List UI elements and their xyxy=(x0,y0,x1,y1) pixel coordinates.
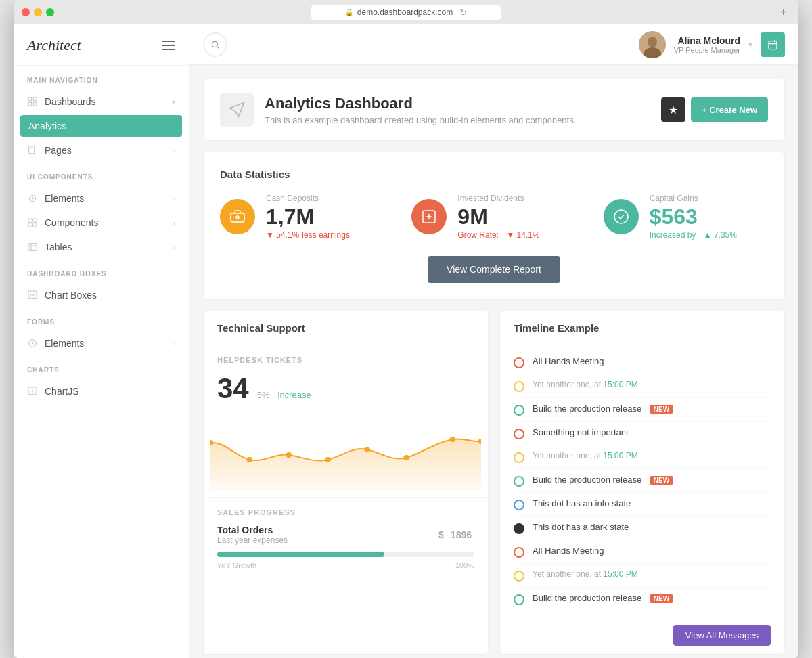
components-arrow: › xyxy=(173,219,175,227)
svg-rect-0 xyxy=(28,97,32,101)
dollar-symbol: $ xyxy=(438,529,444,540)
calendar-button[interactable] xyxy=(761,32,785,57)
sidebar-item-chart-boxes[interactable]: Chart Boxes xyxy=(14,283,189,307)
stat-capital: Capital Gains $563 Increased by ▲ 7.35% xyxy=(604,194,768,240)
sales-progress-section: SALES PROGRESS Total Orders Last year ex… xyxy=(204,497,488,580)
stat-label-cash: Cash Deposits xyxy=(266,194,350,203)
timeline-item: All Hands Meeting xyxy=(514,351,771,374)
new-badge: NEW xyxy=(650,405,673,414)
user-info: Alina Mclourd VP People Manager xyxy=(674,35,740,54)
timeline-item: Build the production release NEW xyxy=(514,398,771,422)
pages-arrow: › xyxy=(173,147,175,154)
timeline-content: Yet another one, at 15:00 PM xyxy=(533,380,771,389)
lock-icon: 🔒 xyxy=(345,9,353,16)
maximize-button[interactable] xyxy=(46,8,54,16)
svg-point-14 xyxy=(212,41,217,47)
sidebar-item-components[interactable]: Components › xyxy=(14,211,189,235)
stat-change-capital-pct: ▲ 7.35% xyxy=(704,230,737,240)
url-bar[interactable]: 🔒 demo.dashboardpack.com ↻ xyxy=(311,5,501,20)
refresh-icon[interactable]: ↻ xyxy=(459,7,467,18)
svg-point-25 xyxy=(325,457,330,462)
stat-value-capital: $563 xyxy=(650,206,737,227)
timeline-item: All Hands Meeting xyxy=(514,540,771,564)
svg-rect-18 xyxy=(769,41,777,49)
stat-change-invested: Grow Rate: ▼ 14.1% xyxy=(457,230,539,240)
panels-row: Technical Support HELPDESK TICKETS 34 5%… xyxy=(203,311,785,655)
pages-label: Pages xyxy=(45,145,173,156)
sidebar-item-elements[interactable]: Elements › xyxy=(14,186,189,211)
sidebar-item-tables[interactable]: Tables › xyxy=(14,235,189,259)
nav-section-forms: FORMS xyxy=(14,307,189,331)
pages-icon xyxy=(27,145,38,156)
dashboards-label: Dashboards xyxy=(45,96,172,107)
timeline-content: This dot has an info state xyxy=(533,498,771,508)
total-orders-value: $ 1896 xyxy=(438,525,474,542)
total-orders-title: Total Orders xyxy=(217,525,288,535)
nav-section-ui: UI COMPONENTS xyxy=(14,162,189,186)
nav-section-charts: CHARTS xyxy=(14,355,189,379)
search-button[interactable] xyxy=(203,32,227,57)
close-button[interactable] xyxy=(22,8,30,16)
stat-cash-deposits: Cash Deposits 1,7M ▼ 54.1% less earnings xyxy=(220,194,384,240)
ticket-pct: 5% xyxy=(257,390,270,400)
timeline-text: Build the production release NEW xyxy=(533,593,771,603)
sidebar: Architect MAIN NAVIGATION Dashboards ▾ A… xyxy=(14,24,189,658)
stat-invested: Invested Dividents 9M Grow Rate: ▼ 14.1% xyxy=(411,194,576,240)
sidebar-item-analytics[interactable]: Analytics xyxy=(20,115,182,137)
new-badge: NEW xyxy=(650,476,673,485)
timeline-time: 15:00 PM xyxy=(603,380,637,389)
view-all-messages-button[interactable]: View All Messages xyxy=(673,625,771,646)
dashboards-arrow: ▾ xyxy=(172,98,175,106)
ticket-count-row: 34 5% increase xyxy=(204,370,488,416)
stat-icon-capital xyxy=(604,199,639,234)
sidebar-item-dashboards[interactable]: Dashboards ▾ xyxy=(14,89,189,114)
view-complete-report-button[interactable]: View Complete Report xyxy=(428,256,560,283)
app-window: 🔒 demo.dashboardpack.com ↻ + Architect M… xyxy=(14,0,798,658)
analytics-label: Analytics xyxy=(28,120,174,131)
timeline-content: All Hands Meeting xyxy=(533,356,771,366)
timeline-dot xyxy=(514,429,524,439)
timeline-text: This dot has a dark state xyxy=(533,522,771,532)
timeline-sub: Yet another one, at 15:00 PM xyxy=(533,451,771,460)
timeline-time: 15:00 PM xyxy=(603,451,637,460)
page-header-actions: ★ + Create New xyxy=(661,97,768,122)
chartboxes-icon xyxy=(27,290,38,301)
nav-section-main: MAIN NAVIGATION xyxy=(14,66,189,89)
svg-rect-7 xyxy=(33,219,37,222)
stat-icon-cash xyxy=(220,199,255,234)
sidebar-item-chartjs[interactable]: ChartJS xyxy=(14,379,189,403)
svg-point-27 xyxy=(403,455,409,460)
page-subtitle: This is an example dashboard created usi… xyxy=(265,115,650,125)
logo: Architect xyxy=(27,37,81,54)
avatar-image xyxy=(639,31,666,58)
chartjs-label: ChartJS xyxy=(45,386,175,397)
ticket-trend: increase xyxy=(278,390,311,400)
user-section: Alina Mclourd VP People Manager ▾ xyxy=(639,31,785,58)
timeline-item: Build the production release NEW xyxy=(514,469,771,493)
minimize-button[interactable] xyxy=(34,8,42,16)
components-icon xyxy=(27,217,38,228)
sidebar-item-pages[interactable]: Pages › xyxy=(14,138,189,162)
plane-icon xyxy=(227,100,246,119)
star-button[interactable]: ★ xyxy=(661,97,685,122)
timeline-item: This dot has a dark state xyxy=(514,517,771,540)
timeline-item: This dot has an info state xyxy=(514,493,771,517)
titlebar: 🔒 demo.dashboardpack.com ↻ + xyxy=(14,0,798,24)
create-new-button[interactable]: + Create New xyxy=(691,97,768,122)
stat-value-invested: 9M xyxy=(457,206,539,227)
svg-rect-6 xyxy=(28,219,32,222)
timeline-dot xyxy=(514,500,524,510)
timeline-item: Something not important xyxy=(514,422,771,445)
form-icon xyxy=(27,338,38,349)
timeline-dot xyxy=(514,405,524,416)
hamburger-menu[interactable] xyxy=(162,41,175,50)
new-tab-button[interactable]: + xyxy=(777,5,790,19)
avatar xyxy=(639,31,666,58)
stat-icon-invested xyxy=(411,199,447,234)
progress-labels: YoY Growth 100% xyxy=(217,561,474,569)
svg-rect-2 xyxy=(28,102,32,106)
sidebar-item-form-elements[interactable]: Elements › xyxy=(14,331,189,355)
stat-grow-label: Grow Rate: xyxy=(457,230,499,240)
timeline-footer: View All Messages xyxy=(500,617,784,654)
user-dropdown-arrow[interactable]: ▾ xyxy=(748,40,752,49)
